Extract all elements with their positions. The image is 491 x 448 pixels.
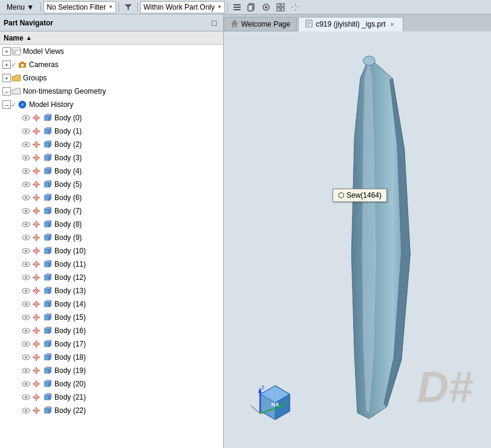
panel-title: Part Navigator xyxy=(4,19,53,27)
tree-item-non-timestamp[interactable]: –Non-timestamp Geometry xyxy=(0,85,223,98)
svg-rect-7 xyxy=(277,4,280,7)
snap-icon xyxy=(262,3,270,11)
canvas-area[interactable]: ⬡ Sew(1464) D# NX xyxy=(224,31,491,448)
icon-btn-5[interactable] xyxy=(288,1,302,13)
tree-expand-non-timestamp[interactable]: – xyxy=(2,87,11,96)
svg-rect-207 xyxy=(44,329,49,334)
tree-expand-body-8 xyxy=(13,220,22,229)
body3d-icon-body-21 xyxy=(43,393,53,401)
svg-rect-119 xyxy=(44,222,49,227)
svg-point-246 xyxy=(36,383,37,385)
panel-maximize-btn[interactable]: □ xyxy=(209,18,219,28)
icon-btn-1[interactable] xyxy=(230,1,244,13)
tab-label-model: c919 (jiyishiti) _igs.prt xyxy=(316,20,385,28)
tree-item-body-22[interactable]: Body (22) xyxy=(0,404,223,417)
tree-label-body-5: Body (5) xyxy=(54,180,82,189)
tree-item-body-6[interactable]: Body (6) xyxy=(0,191,223,204)
filter-icon-btn[interactable] xyxy=(122,1,135,13)
tab-model[interactable]: c919 (jiyishiti) _igs.prt× xyxy=(298,17,403,31)
left-panel: Part Navigator □ Name ▲ +Model Views+✓Ca… xyxy=(0,15,224,448)
svg-rect-185 xyxy=(44,302,49,307)
svg-point-257 xyxy=(36,397,37,398)
tree-item-body-5[interactable]: Body (5) xyxy=(0,178,223,191)
svg-rect-174 xyxy=(44,289,49,294)
eye-icon-body-1 xyxy=(22,127,31,135)
body3d-icon-body-19 xyxy=(43,366,53,375)
svg-rect-53 xyxy=(44,143,49,148)
tree-item-body-13[interactable]: Body (13) xyxy=(0,284,223,297)
icon-btn-4[interactable] xyxy=(274,1,287,13)
svg-point-211 xyxy=(25,343,27,345)
body3d-icon-body-6 xyxy=(43,193,53,202)
tree-item-body-2[interactable]: Body (2) xyxy=(0,138,223,151)
svg-point-103 xyxy=(36,210,37,212)
gear-icon-body-2 xyxy=(32,140,42,149)
tree-item-cameras[interactable]: +✓Cameras xyxy=(0,58,223,71)
gear-icon-body-17 xyxy=(32,340,42,348)
tree-item-body-8[interactable]: Body (8) xyxy=(0,218,223,231)
tree-item-body-0[interactable]: Body (0) xyxy=(0,111,223,125)
tree-item-body-20[interactable]: Body (20) xyxy=(0,377,223,391)
move-icon xyxy=(291,3,299,11)
tree-label-body-13: Body (13) xyxy=(54,287,86,295)
body3d-icon-body-1 xyxy=(43,127,53,135)
tree-label-body-20: Body (20) xyxy=(54,380,86,388)
column-header: Name ▲ xyxy=(0,31,223,45)
svg-rect-262 xyxy=(44,395,49,400)
body3d-icon-body-12 xyxy=(43,273,53,282)
selection-filter-dropdown[interactable]: No Selection Filter ▼ xyxy=(44,1,116,13)
tree-expand-cameras[interactable]: + xyxy=(2,60,11,69)
tree-expand-model-views[interactable]: + xyxy=(2,47,11,56)
nav-cube[interactable]: NX Z X xyxy=(248,372,290,415)
tree-expand-body-2 xyxy=(13,140,22,149)
svg-point-24 xyxy=(25,117,27,119)
tree-expand-groups[interactable]: + xyxy=(2,74,11,82)
tree-item-body-7[interactable]: Body (7) xyxy=(0,204,223,218)
icon-btn-3[interactable] xyxy=(259,1,273,13)
tree-item-body-18[interactable]: Body (18) xyxy=(0,351,223,364)
svg-rect-42 xyxy=(44,129,49,134)
tree-item-body-9[interactable]: Body (9) xyxy=(0,231,223,244)
work-part-arrow: ▼ xyxy=(217,4,222,10)
work-part-dropdown[interactable]: Within Work Part Only ▼ xyxy=(140,1,225,13)
tree-item-model-views[interactable]: +Model Views xyxy=(0,45,223,58)
tree-item-body-10[interactable]: Body (10) xyxy=(0,244,223,258)
tree-label-body-0: Body (0) xyxy=(54,114,82,122)
tree-item-groups[interactable]: +Groups xyxy=(0,71,223,85)
tree-item-body-21[interactable]: Body (21) xyxy=(0,391,223,404)
selection-filter-arrow: ▼ xyxy=(108,4,113,10)
tree-item-body-16[interactable]: Body (16) xyxy=(0,324,223,337)
tree-item-body-3[interactable]: Body (3) xyxy=(0,151,223,164)
tree-item-body-14[interactable]: Body (14) xyxy=(0,297,223,311)
tab-close-btn-model[interactable]: × xyxy=(388,20,397,28)
gear-icon-body-20 xyxy=(32,380,42,388)
tree-area[interactable]: +Model Views+✓Cameras+Groups–Non-timesta… xyxy=(0,45,223,448)
tree-expand-model-history[interactable]: – xyxy=(2,100,11,109)
tree-item-model-history[interactable]: –✓Model History xyxy=(0,98,223,111)
body3d-icon-body-4 xyxy=(43,167,53,175)
menu-button[interactable]: Menu ▼ xyxy=(2,1,38,13)
tree-item-body-17[interactable]: Body (17) xyxy=(0,337,223,351)
tree-item-body-1[interactable]: Body (1) xyxy=(0,125,223,138)
tree-label-body-17: Body (17) xyxy=(54,340,86,348)
svg-rect-75 xyxy=(44,169,49,174)
tree-item-body-4[interactable]: Body (4) xyxy=(0,164,223,178)
tree-item-body-19[interactable]: Body (19) xyxy=(0,364,223,377)
svg-rect-86 xyxy=(44,183,49,187)
gear-icon-body-11 xyxy=(32,260,42,268)
tree-label-body-22: Body (22) xyxy=(54,406,86,415)
tree-item-body-12[interactable]: Body (12) xyxy=(0,271,223,284)
svg-rect-0 xyxy=(233,4,241,5)
icon-btn-2[interactable] xyxy=(245,1,258,13)
eye-icon-body-8 xyxy=(22,220,31,229)
gear-icon-body-14 xyxy=(32,300,42,308)
svg-marker-12 xyxy=(295,8,296,11)
tree-item-body-15[interactable]: Body (15) xyxy=(0,311,223,324)
tree-item-body-11[interactable]: Body (11) xyxy=(0,258,223,271)
tab-welcome[interactable]: Welcome Page xyxy=(224,17,297,31)
tree-icon-cameras xyxy=(17,59,28,70)
svg-point-169 xyxy=(36,290,37,291)
svg-point-191 xyxy=(36,317,37,318)
eye-icon-body-16 xyxy=(22,326,31,335)
svg-text:Z: Z xyxy=(261,385,265,391)
